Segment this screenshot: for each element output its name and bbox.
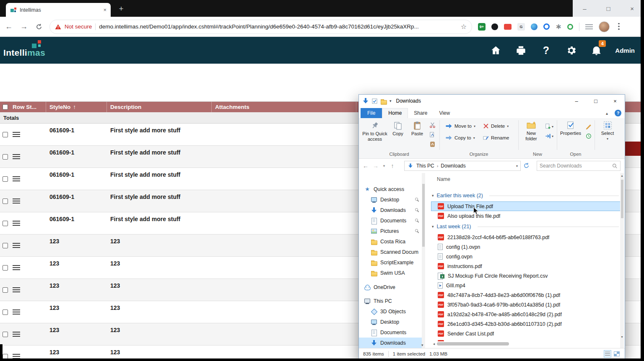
copy-to-button[interactable]: Copy to ▾ xyxy=(445,133,482,142)
file-group-header[interactable]: ▾ Earlier this week (2) xyxy=(431,190,621,201)
scroll-left-icon[interactable]: ◂ xyxy=(431,342,437,346)
scroll-up-icon[interactable]: ▴ xyxy=(620,174,624,178)
header-attachments[interactable]: Attachments xyxy=(212,102,356,112)
nav-item-downloads-pc[interactable]: Downloads xyxy=(359,338,422,348)
nav-item-scanned-documents[interactable]: Scanned Docum xyxy=(359,247,422,257)
copy-path-button[interactable] xyxy=(427,130,437,139)
row-menu-icon[interactable] xyxy=(13,176,20,181)
row-checkbox[interactable] xyxy=(3,332,8,337)
pin-to-quick-access-button[interactable]: Pin to Quick access xyxy=(362,120,387,147)
refresh-icon[interactable] xyxy=(34,22,44,31)
nav-item-this-pc[interactable]: This PC xyxy=(359,296,422,306)
file-group-header[interactable]: ▾ Last week (21) xyxy=(431,221,621,232)
nav-back-icon[interactable]: ← xyxy=(361,162,371,169)
cut-button[interactable] xyxy=(427,121,437,129)
security-label[interactable]: Not secure xyxy=(65,23,92,30)
qat-dropdown-icon[interactable]: ▾ xyxy=(390,99,392,103)
address-bar[interactable]: Not secure demo.intellimas.net/Demo01/ap… xyxy=(49,20,472,34)
scrollbar-thumb[interactable] xyxy=(437,342,509,346)
new-tab-button[interactable]: + xyxy=(117,4,126,13)
explorer-search[interactable] xyxy=(537,161,621,171)
paste-button[interactable]: Paste xyxy=(408,120,426,147)
row-checkbox[interactable] xyxy=(3,154,8,160)
browser-tab[interactable]: Intellimas × xyxy=(6,3,111,17)
back-icon[interactable]: ← xyxy=(4,22,13,31)
file-row[interactable]: 22138d28-2ccf-4c64-b6f5-ab6e0188f763.pdf xyxy=(431,232,621,242)
help-icon[interactable]: ? xyxy=(540,44,552,57)
header-description[interactable]: Description xyxy=(107,102,212,112)
nav-scrollbar[interactable] xyxy=(422,173,425,348)
file-row[interactable]: SJ Mockup Full Circle Receiving Report.c… xyxy=(431,271,621,281)
row-menu-icon[interactable] xyxy=(13,132,20,137)
forward-icon[interactable]: → xyxy=(19,22,29,31)
large-icons-view-button[interactable] xyxy=(613,350,621,358)
explorer-close-button[interactable]: × xyxy=(605,95,625,107)
extension-icon[interactable]: ∗ xyxy=(556,22,561,31)
search-input[interactable] xyxy=(540,163,612,169)
vertical-scrollbar[interactable]: ▴ ▾ xyxy=(620,173,624,348)
file-row[interactable]: 48c7487a-8cb7-4dd3-8e23-ab6d00f0676b (1)… xyxy=(431,290,621,300)
select-button[interactable]: Select ▾ xyxy=(597,120,618,147)
details-view-button[interactable] xyxy=(604,350,611,358)
row-menu-icon[interactable] xyxy=(13,154,20,159)
paste-shortcut-button[interactable] xyxy=(427,140,437,148)
app-logo[interactable]: Intellimas xyxy=(3,48,45,58)
nav-item-onedrive[interactable]: OneDrive xyxy=(359,282,422,292)
nav-item-3d-objects[interactable]: 3D Objects xyxy=(359,306,422,317)
file-row[interactable]: config.ovpn xyxy=(431,252,621,261)
row-menu-icon[interactable] xyxy=(13,265,20,270)
row-menu-icon[interactable] xyxy=(13,332,20,337)
tab-view[interactable]: View xyxy=(433,108,456,118)
file-row-selected[interactable]: Upload This File.pdf xyxy=(431,201,621,211)
file-row[interactable]: instructions.pdf xyxy=(431,261,621,271)
header-row-status[interactable]: Row St... xyxy=(0,102,46,112)
qat-new-folder-icon[interactable] xyxy=(380,98,387,104)
tab-close-icon[interactable]: × xyxy=(103,7,106,13)
maximize-button[interactable]: □ xyxy=(599,5,618,12)
crumb-downloads[interactable]: Downloads xyxy=(441,163,465,169)
extension-icon[interactable] xyxy=(543,23,550,30)
nav-item-swim-usa[interactable]: Swim USA xyxy=(359,268,422,278)
extension-icon[interactable] xyxy=(491,23,498,30)
horizontal-scrollbar[interactable]: ◂ xyxy=(431,341,621,346)
row-menu-icon[interactable] xyxy=(13,309,20,315)
new-item-button[interactable]: ▾ xyxy=(543,122,556,131)
home-icon[interactable] xyxy=(489,44,502,57)
new-folder-button[interactable]: New folder xyxy=(521,120,542,147)
row-menu-icon[interactable] xyxy=(13,287,20,292)
settings-gear-icon[interactable] xyxy=(565,44,577,57)
rename-button[interactable]: Rename xyxy=(483,133,517,142)
file-row[interactable]: GIll.mp4 xyxy=(431,281,621,290)
copy-button[interactable]: Copy xyxy=(389,120,407,147)
row-checkbox[interactable] xyxy=(3,176,8,182)
file-row[interactable]: config (1).ovpn xyxy=(431,242,621,252)
scroll-down-icon[interactable]: ▾ xyxy=(620,335,624,339)
row-checkbox[interactable] xyxy=(3,243,8,248)
crumb-this-pc[interactable]: This PC xyxy=(416,163,434,169)
bookmark-star-icon[interactable]: ☆ xyxy=(461,23,467,31)
delete-button[interactable]: Delete ▾ xyxy=(483,121,517,131)
file-row[interactable]: a192d2a2-b478-470e-a485-ab6c0148c29d (2)… xyxy=(431,309,621,319)
scrollbar-thumb[interactable] xyxy=(621,180,623,218)
row-checkbox[interactable] xyxy=(3,265,8,271)
nav-item-desktop-pc[interactable]: Desktop xyxy=(359,317,422,327)
nav-item-documents[interactable]: Documents xyxy=(359,215,422,226)
extension-globe-icon[interactable] xyxy=(531,23,538,30)
refresh-icon[interactable] xyxy=(523,162,530,170)
nav-up-icon[interactable]: ↑ xyxy=(387,162,397,169)
explorer-minimize-button[interactable]: – xyxy=(567,95,586,107)
extension-icon[interactable]: G xyxy=(517,23,525,31)
explorer-titlebar[interactable]: ▾ Downloads – □ × xyxy=(359,95,625,107)
close-button[interactable]: × xyxy=(623,5,642,12)
minimize-button[interactable]: – xyxy=(575,5,594,12)
profile-avatar[interactable] xyxy=(599,21,610,32)
row-checkbox[interactable] xyxy=(3,221,8,226)
file-row[interactable]: 3f057ba0-9ad3-4ca6-979b-ab6c014a385d (1)… xyxy=(431,300,621,309)
nav-item-scriptexample[interactable]: ScriptExample xyxy=(359,257,422,268)
nav-item-quick-access[interactable]: ★ Quick access xyxy=(359,184,422,194)
ribbon-collapse-icon[interactable]: ▴ xyxy=(606,111,608,116)
extension-icon[interactable] xyxy=(504,24,512,30)
explorer-maximize-button[interactable]: □ xyxy=(586,95,605,107)
nav-recent-icon[interactable]: ▾ xyxy=(381,164,387,168)
nav-item-downloads[interactable]: Downloads xyxy=(359,205,422,215)
